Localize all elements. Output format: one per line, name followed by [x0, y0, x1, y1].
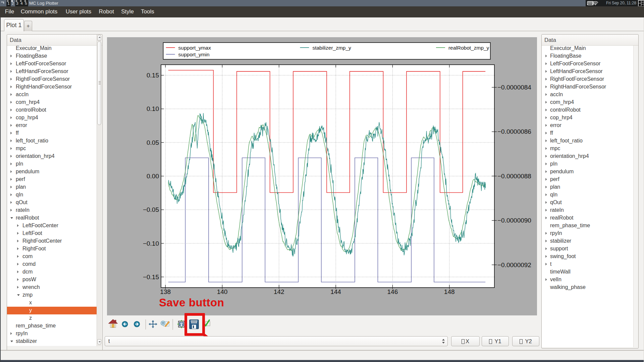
svg-text:146: 146 [387, 288, 398, 295]
svg-text:−0.15: −0.15 [143, 274, 159, 281]
svg-text:0.00: 0.00 [147, 173, 159, 180]
svg-text:−0.0000084: −0.0000084 [497, 84, 531, 91]
svg-text:stabilizer_zmp_y: stabilizer_zmp_y [312, 45, 351, 51]
svg-text:0.15: 0.15 [147, 72, 159, 79]
svg-text:−0.0000088: −0.0000088 [497, 173, 531, 180]
svg-text:0.10: 0.10 [147, 105, 159, 112]
svg-text:−0.0000090: −0.0000090 [497, 217, 531, 224]
svg-text:−0.10: −0.10 [143, 240, 159, 247]
svg-text:140: 140 [217, 288, 228, 295]
svg-text:148: 148 [444, 288, 455, 295]
svg-text:−0.05: −0.05 [143, 206, 159, 213]
svg-text:support_ymin: support_ymin [178, 52, 210, 57]
svg-text:0.05: 0.05 [147, 139, 159, 146]
svg-text:−0.0000092: −0.0000092 [497, 261, 531, 268]
svg-text:138: 138 [160, 288, 171, 295]
svg-text:144: 144 [330, 288, 341, 295]
svg-text:support_ymax: support_ymax [178, 45, 211, 51]
svg-text:−0.0000086: −0.0000086 [497, 128, 531, 135]
svg-text:142: 142 [274, 288, 284, 295]
svg-text:realRobot_zmp_y: realRobot_zmp_y [448, 45, 489, 51]
